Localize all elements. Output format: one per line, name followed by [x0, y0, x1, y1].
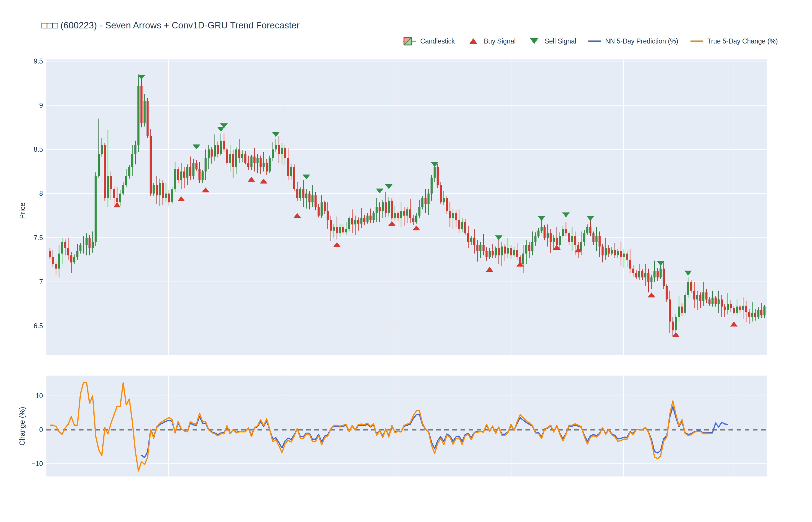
- svg-text:9.5: 9.5: [34, 57, 43, 65]
- svg-text:7.5: 7.5: [34, 234, 43, 242]
- plot-canvas[interactable]: 9.598.587.576.5100−10: [0, 0, 812, 522]
- svg-text:9: 9: [39, 101, 43, 109]
- svg-text:0: 0: [39, 426, 43, 434]
- figure: □□□ (600223) - Seven Arrows + Conv1D-GRU…: [0, 0, 812, 522]
- svg-text:10: 10: [35, 392, 43, 400]
- svg-text:8: 8: [39, 190, 43, 197]
- axis-tick-labels: 9.598.587.576.5100−10: [32, 57, 43, 467]
- svg-text:−10: −10: [32, 460, 43, 467]
- svg-text:7: 7: [39, 278, 43, 286]
- price-panel[interactable]: [46, 59, 767, 355]
- svg-text:8.5: 8.5: [34, 145, 43, 153]
- svg-text:6.5: 6.5: [34, 322, 43, 330]
